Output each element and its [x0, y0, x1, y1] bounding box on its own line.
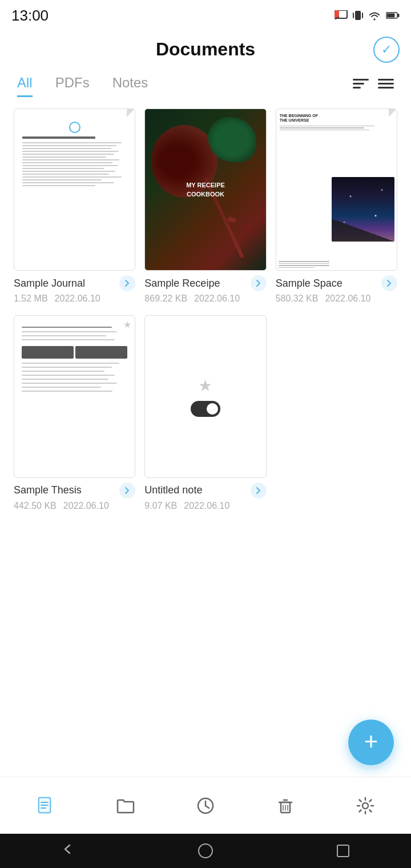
clock-icon [195, 795, 216, 816]
tab-all[interactable]: All [17, 70, 33, 97]
recipe-text: MY RECEIPECOOKBOOK [157, 181, 253, 199]
space-header-area: THE BEGINNING OFTHE UNIVERSE [276, 109, 389, 131]
space-line-1 [280, 126, 375, 127]
doc-name: Sample Journal [14, 278, 116, 290]
check-icon: ✓ [381, 42, 392, 57]
fold-corner [127, 109, 135, 117]
android-nav-bar [0, 834, 411, 868]
battery-icon [386, 11, 400, 19]
svg-rect-2 [355, 11, 361, 20]
space-thumbnail: THE BEGINNING OFTHE UNIVERSE [276, 108, 397, 271]
doc-meta: 869.22 KB 2022.06.10 [144, 294, 240, 304]
journal-thumbnail [14, 108, 135, 271]
page-title: Documents [156, 39, 255, 60]
space-line-2 [280, 127, 364, 128]
doc-date: 2022.06.10 [194, 294, 240, 304]
journal-title-block [22, 136, 95, 139]
documents-icon [35, 795, 56, 816]
folder-icon [115, 795, 136, 816]
note-toggle [191, 401, 220, 417]
plus-icon: + [364, 730, 378, 754]
status-bar: 13:00 [0, 0, 411, 29]
svg-line-15 [206, 806, 209, 808]
note-thumbnail: ★ [144, 315, 266, 477]
doc-name: Untitled note [144, 484, 247, 496]
list-item[interactable]: THE BEGINNING OFTHE UNIVERSE [276, 108, 397, 304]
space-image-block [332, 177, 394, 242]
space-body-line [279, 267, 314, 268]
space-body-lines [279, 261, 329, 268]
doc-chevron-button[interactable] [119, 483, 135, 499]
svg-rect-7 [398, 14, 400, 17]
doc-chevron-button[interactable] [381, 275, 397, 291]
tab-pdfs[interactable]: PDFs [55, 70, 90, 97]
doc-name: Sample Space [276, 278, 378, 290]
trash-icon [275, 795, 296, 816]
doc-date: 2022.06.10 [55, 294, 100, 304]
doc-name: Sample Thesis [14, 484, 116, 496]
doc-meta: 442.50 KB 2022.06.10 [14, 501, 109, 511]
bottom-nav [0, 777, 411, 834]
doc-date: 2022.06.10 [63, 501, 109, 511]
doc-name-row: Untitled note [144, 483, 266, 499]
nav-settings[interactable] [355, 795, 376, 816]
space-body-line [279, 261, 329, 262]
doc-meta: 9.07 KB 2022.06.10 [144, 501, 229, 511]
nav-recent[interactable] [195, 795, 216, 816]
documents-grid: Sample Journal 1.52 MB 2022.06.10 MY REC… [0, 103, 411, 528]
doc-name-row: Sample Thesis [14, 483, 135, 499]
list-view-button[interactable] [378, 79, 394, 89]
journal-logo [69, 122, 80, 133]
thesis-image-2 [75, 346, 127, 359]
doc-name-row: Sample Space [276, 275, 397, 291]
doc-meta: 580.32 KB 2022.06.10 [276, 294, 371, 304]
doc-chevron-button[interactable] [119, 275, 135, 291]
list-item[interactable]: ★ Untitled note 9.07 KB 2022.06.10 [144, 315, 266, 511]
space-body-line [279, 263, 329, 264]
nav-folder[interactable] [115, 795, 136, 816]
thesis-images [22, 346, 127, 359]
doc-size: 442.50 KB [14, 501, 57, 511]
doc-size: 580.32 KB [276, 294, 319, 304]
tab-icons [353, 79, 394, 89]
list-item[interactable]: ★ Sample Thesis [14, 315, 135, 511]
sort-button[interactable] [353, 79, 369, 89]
thesis-thumbnail: ★ [14, 315, 135, 477]
note-star-icon: ★ [198, 376, 212, 395]
list-item[interactable]: MY RECEIPECOOKBOOK Sample Receipe 869.22… [144, 108, 266, 304]
space-title-text: THE BEGINNING OFTHE UNIVERSE [280, 114, 385, 123]
check-button[interactable]: ✓ [373, 37, 400, 63]
tabs-row: All PDFs Notes [0, 70, 411, 97]
recents-button[interactable] [337, 845, 349, 857]
settings-icon [355, 795, 376, 816]
space-body-line [279, 265, 329, 266]
home-button[interactable] [198, 843, 213, 858]
vibrate-icon [353, 9, 363, 22]
back-button[interactable] [62, 843, 74, 859]
mountain-silhouette [332, 219, 394, 242]
doc-name-row: Sample Journal [14, 275, 135, 291]
doc-size: 869.22 KB [144, 294, 187, 304]
list-item[interactable]: Sample Journal 1.52 MB 2022.06.10 [14, 108, 135, 304]
thesis-star-icon: ★ [123, 319, 131, 330]
doc-size: 9.07 KB [144, 501, 177, 511]
thesis-image-1 [22, 346, 74, 359]
fold-corner [389, 109, 397, 117]
doc-date: 2022.06.10 [184, 501, 229, 511]
doc-chevron-button[interactable] [251, 483, 267, 499]
nav-trash[interactable] [275, 795, 296, 816]
doc-name-row: Sample Receipe [144, 275, 266, 291]
status-time: 13:00 [11, 7, 49, 25]
tabs: All PDFs Notes [17, 70, 353, 97]
header: Documents ✓ [0, 29, 411, 70]
tab-notes[interactable]: Notes [112, 70, 148, 97]
doc-chevron-button[interactable] [251, 275, 267, 291]
space-line-3 [280, 130, 370, 131]
doc-date: 2022.06.10 [325, 294, 370, 304]
svg-rect-6 [387, 14, 395, 18]
cast-icon [335, 10, 348, 21]
nav-documents[interactable] [35, 795, 56, 816]
status-icons [335, 9, 400, 22]
wifi-icon [368, 10, 381, 21]
add-document-button[interactable]: + [348, 720, 394, 765]
